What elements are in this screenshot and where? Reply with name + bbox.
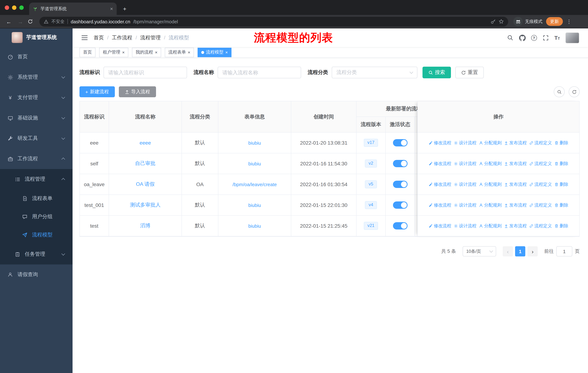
form-info-link[interactable]: biubiu (248, 140, 261, 146)
active-toggle[interactable] (393, 222, 407, 230)
import-process-button[interactable]: 导入流程 (119, 86, 156, 97)
assign-rule-link[interactable]: 分配规则 (479, 223, 502, 229)
tag-process-model[interactable]: 流程模型 × (198, 48, 231, 57)
design-process-link[interactable]: 设计流程 (454, 161, 476, 167)
prev-page-button[interactable]: ‹ (503, 246, 513, 256)
breadcrumb-process-manage[interactable]: 流程管理 (140, 34, 169, 41)
fullscreen-icon[interactable] (542, 34, 549, 41)
create-process-button[interactable]: + 新建流程 (79, 86, 115, 97)
process-definition-link[interactable]: 流程定义 (529, 202, 552, 208)
back-button[interactable]: ← (4, 18, 13, 25)
sidebar-item-process-form[interactable]: 流程表单 (0, 189, 73, 208)
sidebar-item-workflow[interactable]: 工作流程 (0, 149, 73, 169)
process-name-link[interactable]: OA 请假 (136, 181, 155, 188)
edit-process-link[interactable]: 修改流程 (429, 161, 451, 167)
process-definition-link[interactable]: 流程定义 (529, 140, 552, 146)
reset-button[interactable]: 重置 (455, 67, 484, 78)
sidebar-item-payment[interactable]: ¥ 支付管理 (0, 87, 73, 108)
process-name-link[interactable]: 滔博 (140, 222, 150, 229)
design-process-link[interactable]: 设计流程 (454, 223, 476, 229)
delete-process-link[interactable]: 删除 (555, 140, 568, 146)
process-name-input[interactable] (218, 67, 301, 78)
assign-rule-link[interactable]: 分配规则 (479, 161, 502, 167)
process-name-link[interactable]: eeee (140, 140, 151, 146)
tab-close-icon[interactable]: × (110, 6, 113, 12)
publish-process-link[interactable]: 发布流程 (504, 181, 527, 187)
app-logo-row[interactable]: 芋道管理系统 (0, 28, 73, 47)
sidebar-item-task-manage[interactable]: 任务管理 (0, 244, 73, 264)
zoom-window-button[interactable] (19, 5, 24, 10)
password-key-icon[interactable] (491, 19, 496, 24)
design-process-link[interactable]: 设计流程 (454, 202, 476, 208)
form-info-link[interactable]: biubiu (248, 161, 261, 166)
assign-rule-link[interactable]: 分配规则 (479, 181, 502, 187)
sidebar-item-infra[interactable]: 基础设施 (0, 108, 73, 128)
font-size-icon[interactable]: TT (554, 35, 560, 41)
tag-tenant[interactable]: 租户管理 × (99, 48, 128, 57)
assign-rule-link[interactable]: 分配规则 (479, 202, 502, 208)
refresh-table-button[interactable] (569, 86, 580, 97)
delete-process-link[interactable]: 删除 (555, 181, 568, 187)
show-search-button[interactable] (554, 86, 565, 97)
edit-process-link[interactable]: 修改流程 (429, 140, 451, 146)
close-icon[interactable]: × (122, 50, 125, 54)
publish-process-link[interactable]: 发布流程 (504, 161, 527, 167)
active-toggle[interactable] (393, 202, 407, 209)
update-browser-button[interactable]: 更新 (546, 17, 563, 26)
form-info-link[interactable]: biubiu (248, 202, 261, 208)
search-icon[interactable] (507, 34, 514, 41)
search-button[interactable]: 搜索 (422, 67, 451, 78)
next-page-button[interactable]: › (527, 246, 538, 256)
browser-menu-icon[interactable]: ⋮ (567, 19, 572, 24)
minimize-window-button[interactable] (12, 5, 16, 10)
edit-process-link[interactable]: 修改流程 (429, 223, 451, 229)
tag-my-process[interactable]: 我的流程 × (132, 48, 161, 57)
new-tab-button[interactable]: + (121, 6, 128, 12)
delete-process-link[interactable]: 删除 (555, 161, 568, 167)
sidebar-item-leave-query[interactable]: 请假查询 (0, 264, 73, 285)
reload-button[interactable] (28, 19, 36, 24)
process-name-link[interactable]: 自己审批 (135, 160, 156, 167)
sidebar-item-home[interactable]: 首页 (0, 47, 73, 67)
category-select[interactable]: 流程分类 (332, 67, 417, 78)
process-name-link[interactable]: 测试多审批人 (130, 202, 161, 208)
active-toggle[interactable] (393, 181, 407, 188)
edit-process-link[interactable]: 修改流程 (429, 202, 451, 208)
sidebar-item-process-manage[interactable]: 流程管理 (0, 169, 73, 189)
github-icon[interactable] (519, 34, 525, 41)
address-bar[interactable]: 不安全 dashboard.yudao.iocoder.cn/bpm/manag… (39, 17, 508, 26)
publish-process-link[interactable]: 发布流程 (504, 223, 527, 229)
active-toggle[interactable] (393, 139, 407, 146)
sidebar-item-process-model[interactable]: 流程模型 (0, 226, 73, 244)
sidebar-item-devtools[interactable]: 研发工具 (0, 128, 73, 149)
avatar[interactable] (565, 32, 579, 43)
goto-page-input[interactable] (556, 246, 572, 256)
close-icon[interactable]: × (155, 50, 158, 54)
forward-button[interactable]: → (16, 18, 25, 25)
page-size-select[interactable]: 10条/页 (462, 246, 496, 256)
publish-process-link[interactable]: 发布流程 (504, 202, 527, 208)
sidebar-item-system[interactable]: 系统管理 (0, 67, 73, 87)
process-definition-link[interactable]: 流程定义 (529, 181, 552, 187)
close-icon[interactable]: × (188, 50, 190, 54)
assign-rule-link[interactable]: 分配规则 (479, 140, 502, 146)
browser-tab[interactable]: 芋道管理系统 × (29, 2, 117, 15)
process-definition-link[interactable]: 流程定义 (529, 161, 552, 167)
collapse-sidebar-icon[interactable] (81, 35, 88, 40)
process-definition-link[interactable]: 流程定义 (529, 223, 552, 229)
design-process-link[interactable]: 设计流程 (454, 181, 476, 187)
form-info-link[interactable]: /bpm/oa/leave/create (232, 181, 277, 187)
design-process-link[interactable]: 设计流程 (454, 140, 476, 146)
close-window-button[interactable] (5, 5, 9, 10)
tag-home[interactable]: 首页 (79, 48, 95, 57)
process-key-input[interactable] (104, 67, 187, 78)
delete-process-link[interactable]: 删除 (555, 202, 568, 208)
active-toggle[interactable] (393, 160, 407, 167)
sidebar-item-user-group[interactable]: 用户分组 (0, 208, 73, 226)
help-icon[interactable]: ? (531, 35, 537, 40)
publish-process-link[interactable]: 发布流程 (504, 140, 527, 146)
breadcrumb-workflow[interactable]: 工作流程 (112, 34, 140, 41)
tag-process-form[interactable]: 流程表单 × (165, 48, 194, 57)
edit-process-link[interactable]: 修改流程 (429, 181, 451, 187)
delete-process-link[interactable]: 删除 (555, 223, 568, 229)
